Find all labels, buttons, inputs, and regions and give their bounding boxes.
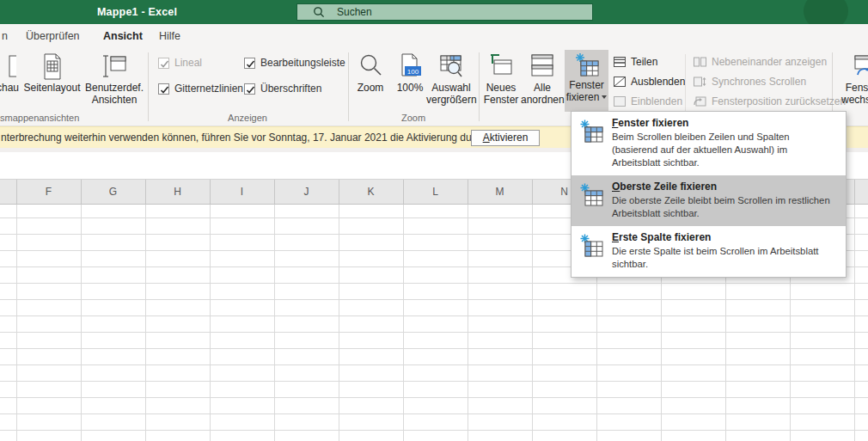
- group-label-zoom: Zoom: [370, 113, 456, 123]
- seitenlayout-button[interactable]: Seitenlayout: [23, 50, 81, 112]
- group-label-anzeigen: Anzeigen: [205, 113, 290, 123]
- ausblenden-button[interactable]: Ausblenden: [613, 73, 685, 90]
- fenster-wechseln-label: Fenster wechseln: [836, 83, 868, 106]
- menu-item-fenster-fixieren[interactable]: Fenster fixieren Beim Scrollen bleiben Z…: [572, 112, 846, 175]
- menu-item-oberste-zeile-fixieren[interactable]: Oberste Zeile fixieren Die oberste Zeile…: [572, 175, 846, 226]
- checkbox-icon: [244, 83, 255, 95]
- zoom-100-button[interactable]: 100 100%: [391, 50, 429, 112]
- checkbox-icon: [158, 83, 169, 95]
- freeze-panes-menu: Fenster fixieren Beim Scrollen bleiben Z…: [571, 111, 847, 278]
- column-header-g[interactable]: G: [81, 180, 145, 205]
- split-icon: [613, 55, 627, 69]
- fenster-fixieren-button[interactable]: Fenster fixieren: [565, 50, 608, 112]
- page-layout-icon: [40, 52, 64, 81]
- fensterposition-zuruecksetzen-button[interactable]: Fensterposition zurücksetzen: [693, 93, 846, 110]
- tab-hilfe[interactable]: Hilfe: [159, 24, 180, 49]
- neues-fenster-button[interactable]: Neues Fenster: [481, 50, 521, 112]
- group-separator: [479, 52, 480, 121]
- freeze-top-row-icon: [580, 183, 603, 207]
- menu-item-description: Die oberste Zeile bleibt beim Scrollen i…: [612, 194, 837, 220]
- alle-anordnen-button[interactable]: Alle anordnen: [521, 50, 564, 112]
- aktivieren-button[interactable]: Aktivieren: [471, 130, 540, 146]
- menu-item-description: Beim Scrollen bleiben Zeilen und Spalten…: [612, 131, 837, 169]
- benutzerdef-ansichten-button[interactable]: Benutzerdef. Ansichten: [83, 50, 145, 112]
- menu-item-description: Die erste Spalte ist beim Scrollen im Ar…: [612, 245, 837, 271]
- switch-windows-icon: [850, 52, 868, 81]
- reset-window-position-icon: [693, 95, 707, 108]
- freeze-panes-icon: [580, 119, 603, 144]
- column-header-i[interactable]: I: [210, 180, 274, 205]
- benutzerdef-ansichten-label: Benutzerdef. Ansichten: [83, 83, 145, 106]
- subgroup-separator: [685, 54, 686, 111]
- arrange-all-icon: [529, 52, 555, 81]
- checkbox-ueberschriften[interactable]: Überschriften: [244, 83, 321, 95]
- page-preview-icon: [0, 52, 16, 81]
- zoom-label: Zoom: [351, 83, 389, 95]
- column-header-h[interactable]: H: [145, 180, 210, 205]
- freeze-first-column-icon: [580, 234, 603, 258]
- freeze-panes-icon: [575, 52, 599, 78]
- group-separator: [348, 52, 349, 121]
- column-header-f[interactable]: F: [16, 180, 81, 205]
- alle-anordnen-label: Alle anordnen: [521, 83, 564, 106]
- unhide-window-icon: [613, 95, 627, 108]
- tab-ansicht[interactable]: Ansicht: [103, 24, 143, 49]
- tab-partial[interactable]: n: [2, 24, 8, 49]
- menu-item-erste-spalte-fixieren[interactable]: Erste Spalte fixieren Die erste Spalte i…: [572, 226, 846, 277]
- seitenlayout-label: Seitenlayout: [23, 83, 81, 95]
- auswahl-vergroessern-label: Auswahl vergrößern: [426, 83, 476, 106]
- hide-window-icon: [613, 75, 627, 89]
- checkbox-lineal[interactable]: Lineal: [158, 57, 202, 69]
- fenster-fixieren-label-line2: fixieren: [565, 92, 608, 104]
- auswahl-vergroessern-button[interactable]: Auswahl vergrößern: [426, 50, 476, 112]
- zoom-100-icon: 100: [397, 52, 423, 81]
- column-header-m[interactable]: M: [468, 180, 532, 205]
- group-separator: [148, 52, 149, 121]
- search-input[interactable]: Suchen: [296, 3, 593, 21]
- excel-window: Mappe1 - Excel Suchen n Überprüfen Ansic…: [0, 0, 868, 441]
- checkbox-gitternetzlinien[interactable]: Gitternetzlinien: [158, 83, 243, 95]
- tab-ueberpruefen[interactable]: Überprüfen: [26, 24, 80, 49]
- zoom-100-label: 100%: [391, 83, 429, 95]
- column-header-l[interactable]: L: [403, 180, 468, 205]
- synchrones-scrollen-button[interactable]: Synchrones Scrollen: [693, 73, 806, 90]
- umbruchvorschau-label: schau: [0, 83, 22, 95]
- view-side-by-side-icon: [693, 55, 707, 69]
- checkbox-icon: [244, 58, 255, 69]
- nebeneinander-anzeigen-button[interactable]: Nebeneinander anzeigen: [693, 53, 827, 70]
- new-window-icon: [488, 52, 514, 81]
- checkbox-icon: [158, 58, 169, 69]
- column-header-j[interactable]: J: [274, 180, 339, 205]
- search-placeholder: Suchen: [337, 6, 372, 18]
- search-icon: [313, 6, 325, 18]
- checkbox-bearbeitungsleiste[interactable]: Bearbeitungsleiste: [244, 57, 345, 69]
- menu-item-title: Fenster fixieren: [612, 117, 837, 129]
- chevron-down-icon: [602, 95, 607, 99]
- menu-item-title: Erste Spalte fixieren: [612, 231, 837, 243]
- group-label-arbeitsmappenansichten: smappenansichten: [0, 113, 95, 123]
- column-header-k[interactable]: K: [339, 180, 403, 205]
- svg-text:100: 100: [407, 68, 419, 76]
- ribbon-tab-row: n Überprüfen Ansicht Hilfe: [0, 24, 868, 49]
- title-bar: Mappe1 - Excel Suchen: [0, 0, 868, 24]
- umbruchvorschau-button[interactable]: schau: [0, 50, 22, 112]
- neues-fenster-label: Neues Fenster: [481, 83, 521, 106]
- activation-message: nterbrechung weiterhin verwenden können,…: [1, 127, 489, 149]
- teilen-button[interactable]: Teilen: [613, 53, 657, 70]
- magnifier-icon: [358, 52, 383, 81]
- synchronous-scrolling-icon: [693, 75, 707, 89]
- window-title: Mappe1 - Excel: [97, 0, 177, 24]
- fenster-wechseln-button[interactable]: Fenster wechseln: [836, 50, 868, 112]
- fenster-fixieren-label-line1: Fenster: [565, 80, 608, 92]
- zoom-to-selection-icon: [438, 52, 464, 81]
- menu-item-title: Oberste Zeile fixieren: [612, 181, 837, 193]
- einblenden-button[interactable]: Einblenden: [613, 93, 682, 110]
- custom-views-icon: [101, 52, 127, 81]
- zoom-button[interactable]: Zoom: [351, 50, 389, 112]
